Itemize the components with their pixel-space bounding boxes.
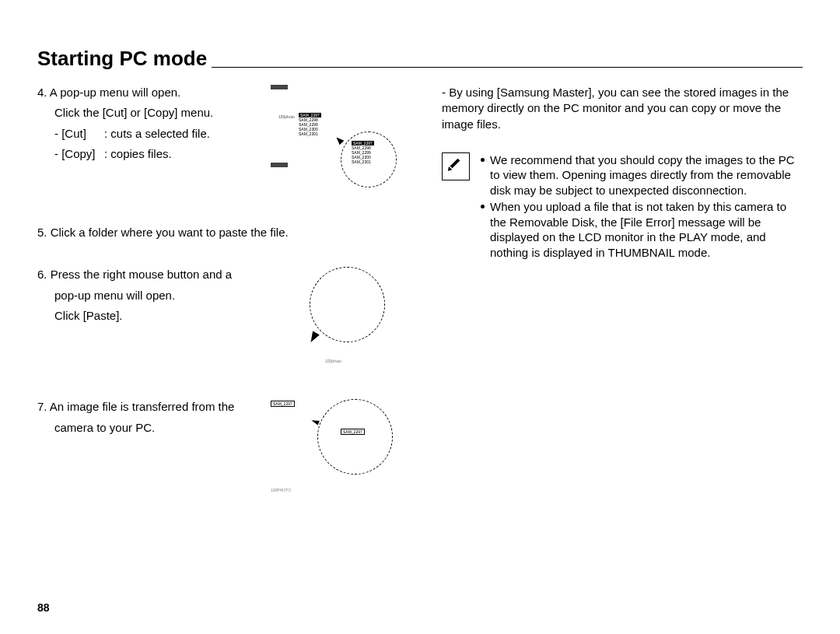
step-7-line1: 7. An image file is transferred from the bbox=[37, 399, 263, 415]
cut-label: - [Cut] bbox=[54, 126, 104, 142]
fig4-mid-label: 100photo bbox=[278, 114, 295, 119]
fig6-callout-pointer bbox=[307, 331, 320, 345]
fig6-callout-circle bbox=[310, 267, 385, 342]
title-underline bbox=[212, 67, 803, 68]
figure-4: 100photo SAM_2297 SAM_2298 SAM_2299 SAM_… bbox=[271, 85, 403, 178]
step-6-line2: pop-up menu will open. bbox=[37, 288, 263, 303]
step-7-line2: camera to your PC. bbox=[37, 420, 263, 436]
note-icon bbox=[442, 152, 470, 180]
note-list: We recommend that you should copy the im… bbox=[481, 152, 803, 262]
step-4-cut: - [Cut] : cuts a selected file. bbox=[37, 126, 263, 142]
fig6-tiny-label: 100photo bbox=[325, 359, 341, 363]
fig4-file-list: SAM_2297 SAM_2298 SAM_2299 SAM_2300 SAM_… bbox=[299, 113, 321, 136]
fig7-label-box: SAM_2297 bbox=[271, 401, 295, 407]
figure-7: SAM_2297 SAM_2297 100PHOTO bbox=[271, 399, 403, 492]
step-4-text: 4. A pop-up menu will open. Click the [C… bbox=[37, 85, 271, 166]
step-6-line1: 6. Press the right mouse button and a bbox=[37, 267, 263, 282]
right-intro-para: - By using [Samsung Master], you can see… bbox=[442, 85, 803, 132]
note-item-1: We recommend that you should copy the im… bbox=[481, 152, 803, 198]
step-4-line1: 4. A pop-up menu will open. bbox=[37, 85, 263, 100]
step-4-copy: - [Copy] : copies files. bbox=[37, 146, 263, 162]
fig7-callout-circle bbox=[317, 399, 393, 475]
fig4-callout-list: SAM_2297 SAM_2298 SAM_2299 SAM_2300 SAM_… bbox=[352, 141, 374, 164]
fig4-callout-pointer bbox=[334, 135, 345, 145]
step-6-text: 6. Press the right mouse button and a po… bbox=[37, 267, 271, 328]
copy-label: - [Copy] bbox=[54, 146, 104, 162]
fig7-inner-label: SAM_2297 bbox=[341, 429, 365, 435]
fig4-callout-item: SAM_2301 bbox=[352, 159, 371, 164]
step-6-line3: Click [Paste]. bbox=[37, 308, 263, 324]
cut-desc: : cuts a selected file. bbox=[104, 126, 263, 142]
left-column: 4. A pop-up menu will open. Click the [C… bbox=[37, 85, 411, 514]
page-title: Starting PC mode bbox=[37, 47, 207, 71]
figure-6: 100photo bbox=[294, 267, 395, 368]
fig4-file-item: SAM_2301 bbox=[299, 131, 318, 136]
step-6-block: 6. Press the right mouse button and a po… bbox=[37, 267, 411, 368]
step-7-text: 7. An image file is transferred from the… bbox=[37, 399, 271, 440]
fig4-top-block bbox=[271, 85, 288, 89]
pencil-icon bbox=[448, 159, 464, 174]
copy-desc: : copies files. bbox=[104, 146, 263, 162]
content-columns: 4. A pop-up menu will open. Click the [C… bbox=[37, 85, 803, 514]
manual-page: Starting PC mode 4. A pop-up menu will o… bbox=[0, 0, 840, 634]
note-box: We recommend that you should copy the im… bbox=[442, 152, 803, 262]
step-7-block: 7. An image file is transferred from the… bbox=[37, 399, 411, 492]
right-column: - By using [Samsung Master], you can see… bbox=[442, 85, 803, 514]
page-number: 88 bbox=[37, 601, 50, 614]
title-row: Starting PC mode bbox=[37, 47, 803, 71]
step-4-block: 4. A pop-up menu will open. Click the [C… bbox=[37, 85, 411, 178]
fig7-tiny-label: 100PHOTO bbox=[271, 488, 291, 492]
fig7-callout-pointer bbox=[310, 419, 319, 426]
step-5: 5. Click a folder where you want to past… bbox=[37, 225, 411, 240]
fig4-bot-block bbox=[271, 163, 288, 167]
step-4-line2: Click the [Cut] or [Copy] menu. bbox=[37, 105, 263, 121]
note-item-2: When you upload a file that is not taken… bbox=[481, 199, 803, 260]
